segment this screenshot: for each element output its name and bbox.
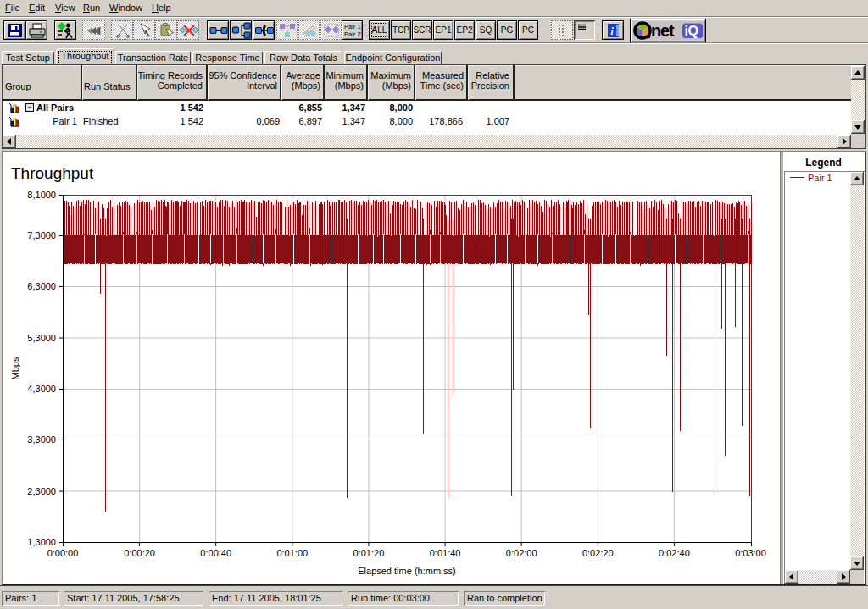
svg-text:3,3000: 3,3000 (27, 435, 56, 445)
svg-text:4,3000: 4,3000 (27, 384, 56, 394)
svg-text:0:00:00: 0:00:00 (47, 548, 79, 558)
svg-text:Elapsed time (h:mm:ss): Elapsed time (h:mm:ss) (358, 566, 456, 576)
svg-text:0:00:40: 0:00:40 (200, 548, 231, 558)
svg-text:Mbps: Mbps (10, 357, 20, 379)
svg-text:iQ: iQ (685, 24, 698, 38)
svg-text:0:02:00: 0:02:00 (506, 548, 537, 558)
svg-text:net: net (651, 21, 675, 40)
svg-text:1,3000: 1,3000 (27, 537, 56, 547)
svg-text:8,1000: 8,1000 (27, 190, 56, 200)
svg-text:5,3000: 5,3000 (27, 333, 56, 343)
svg-text:7,3000: 7,3000 (27, 230, 56, 241)
svg-text:0:01:20: 0:01:20 (353, 548, 385, 558)
svg-text:0:01:40: 0:01:40 (430, 548, 461, 558)
svg-text:0:00:20: 0:00:20 (124, 548, 155, 558)
svg-text:0:03:00: 0:03:00 (735, 548, 766, 558)
svg-text:6,3000: 6,3000 (27, 281, 56, 291)
svg-text:0:02:40: 0:02:40 (659, 548, 690, 558)
svg-text:0:02:20: 0:02:20 (582, 548, 614, 558)
svg-text:2,3000: 2,3000 (27, 486, 56, 496)
svg-text:i: i (610, 25, 614, 37)
svg-text:0:01:00: 0:01:00 (276, 548, 308, 558)
